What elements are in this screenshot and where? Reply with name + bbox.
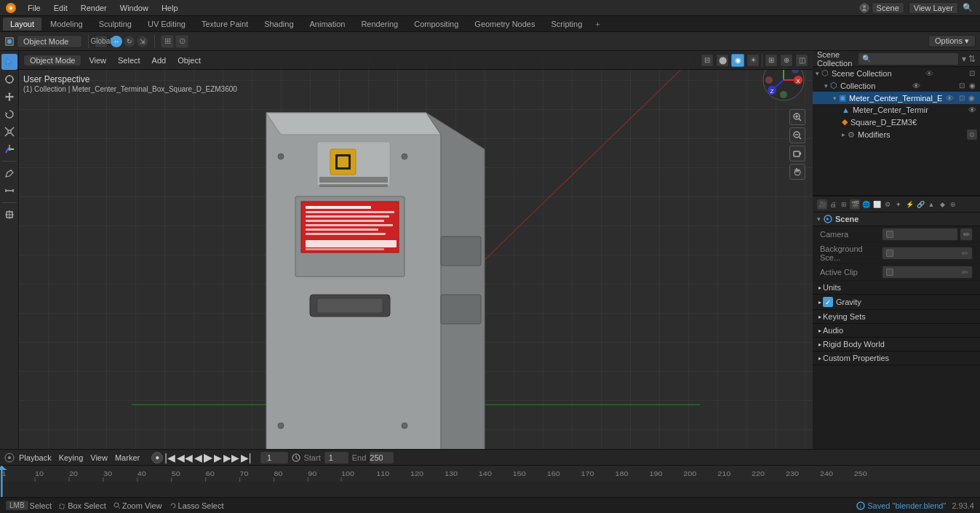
global-btn[interactable]: Global <box>95 35 108 48</box>
vp-mode-btn[interactable]: Object Mode <box>23 55 81 66</box>
background-scene-btn[interactable]: ✏ <box>882 247 973 260</box>
prop-object-icon[interactable]: ⬜ <box>872 199 882 210</box>
scene-collection-eye[interactable]: 👁 <box>924 69 934 78</box>
move-tool[interactable] <box>1 89 17 105</box>
prop-scene-icon[interactable]: 🎬 <box>850 199 860 210</box>
tree-modifiers[interactable]: ▸ ⚙ Modifiers ⊙ <box>813 128 980 141</box>
prop-shader-icon[interactable]: ⊛ <box>948 199 958 210</box>
scene-collection-render[interactable]: ⊡ <box>967 69 977 77</box>
scale-icon[interactable]: ⇲ <box>137 36 148 47</box>
add-workspace-tab[interactable]: + <box>591 17 604 31</box>
snap-btn[interactable]: ⊞ <box>161 35 174 48</box>
jump-end-btn[interactable]: ▶| <box>241 452 252 464</box>
gravity-checkbox[interactable]: ✓ <box>823 297 833 307</box>
tab-rendering[interactable]: Rendering <box>354 17 405 31</box>
step-back-btn[interactable]: ◀◀ <box>177 452 193 464</box>
bg-scene-picker[interactable]: ✏ <box>962 249 968 258</box>
transform-tool[interactable] <box>1 141 17 157</box>
proportional-btn[interactable]: ⊙ <box>175 35 188 48</box>
scale-tool[interactable] <box>1 124 17 140</box>
prop-world-icon[interactable]: 🌐 <box>861 199 871 210</box>
menu-file[interactable]: File <box>22 2 47 14</box>
vp-add-btn[interactable]: Add <box>148 55 171 65</box>
keying-sets-header[interactable]: ▸ Keying Sets <box>813 310 980 323</box>
marker-btn[interactable]: Marker <box>112 453 143 462</box>
menu-help[interactable]: Help <box>156 2 184 14</box>
timeline-ruler[interactable]: 1 10 20 30 40 50 60 70 80 90 100 110 120… <box>0 466 980 497</box>
rotate-tool[interactable] <box>1 106 17 122</box>
active-clip-btn[interactable]: ✏ <box>882 266 973 279</box>
prop-physics-icon[interactable]: ⚡ <box>904 199 915 210</box>
tab-uv-editing[interactable]: UV Editing <box>140 17 193 31</box>
mode-selector[interactable]: Object Mode <box>17 35 82 48</box>
timeline-view-btn[interactable]: View <box>87 453 111 462</box>
overlay-btn[interactable]: ⊞ <box>765 54 778 67</box>
cursor-tool[interactable] <box>1 54 17 70</box>
camera-btn[interactable] <box>789 146 805 162</box>
camera-value-btn[interactable] <box>882 228 958 241</box>
vp-view-btn[interactable]: View <box>84 55 111 65</box>
search-icon-top[interactable]: 🔍 <box>963 3 973 12</box>
keying-btn[interactable]: Keying <box>56 453 87 462</box>
prop-viewlayer-icon[interactable]: ⊞ <box>839 199 849 210</box>
move-icon[interactable]: ↔ <box>111 36 122 47</box>
meter-eye[interactable]: 👁 <box>944 94 955 103</box>
meter-sel[interactable]: ◉ <box>967 94 977 102</box>
outliner-sort-btn[interactable]: ⇅ <box>968 54 976 64</box>
tab-shading[interactable]: Shading <box>257 17 300 31</box>
gravity-header[interactable]: ▸ ✓ Gravity <box>813 295 980 309</box>
solid-btn[interactable]: ⬤ <box>716 54 729 67</box>
meter-render[interactable]: ⊡ <box>957 94 967 102</box>
tree-scene-collection[interactable]: ▾ ⬡ Scene Collection 👁 ⊡ <box>813 67 980 79</box>
rigid-body-header[interactable]: ▸ Rigid Body World <box>813 338 980 351</box>
rotate-icon[interactable]: ↻ <box>124 36 135 47</box>
prop-output-icon[interactable]: 🖨 <box>828 199 838 210</box>
units-header[interactable]: ▸ Units <box>813 281 980 294</box>
xray-btn[interactable]: ◫ <box>795 54 808 67</box>
tree-meter-object[interactable]: ▾ ▣ Meter_Center_Terminal_E 👁 ⊡ ◉ <box>813 92 980 104</box>
tab-geometry-nodes[interactable]: Geometry Nodes <box>467 17 542 31</box>
prop-render-icon[interactable]: 🎥 <box>817 199 827 210</box>
outliner-search[interactable] <box>858 52 959 65</box>
playback-btn[interactable]: Playback <box>16 453 55 462</box>
add-primitive-tool[interactable] <box>1 207 17 223</box>
tree-material[interactable]: ◆ Square_D_EZM3€ <box>813 116 980 128</box>
tab-animation[interactable]: Animation <box>303 17 353 31</box>
tab-sculpting[interactable]: Sculpting <box>92 17 139 31</box>
tab-scripting[interactable]: Scripting <box>543 17 589 31</box>
prop-data-icon[interactable]: ▲ <box>926 199 936 210</box>
frame-end-input[interactable] <box>369 451 394 464</box>
collection-eye[interactable]: 👁 <box>911 81 921 90</box>
audio-header[interactable]: ▸ Audio <box>813 324 980 337</box>
vp-select-btn[interactable]: Select <box>113 55 145 65</box>
tree-mesh[interactable]: ▲ Meter_Center_Termir 👁 <box>813 104 980 116</box>
prop-particles-icon[interactable]: ✦ <box>893 199 904 210</box>
outliner-filter-btn[interactable]: ▾ <box>962 54 966 64</box>
annotate-tool[interactable] <box>1 165 17 181</box>
gizmo-btn[interactable]: ⊕ <box>780 54 793 67</box>
view-layer-selector[interactable]: View Layer <box>909 2 958 14</box>
scene-selector[interactable]: Scene <box>872 2 904 14</box>
zoom-out-btn[interactable] <box>789 127 805 143</box>
vp-object-btn[interactable]: Object <box>173 55 205 65</box>
camera-edit-btn[interactable]: ✏ <box>960 228 973 241</box>
hand-btn[interactable] <box>789 164 805 180</box>
wireframe-btn[interactable]: ⊟ <box>701 54 714 67</box>
frame-start-input[interactable] <box>324 451 349 464</box>
step-fwd-one-btn[interactable]: ▶ <box>214 452 222 464</box>
tab-modeling[interactable]: Modeling <box>43 17 90 31</box>
mesh-eye[interactable]: 👁 <box>967 106 977 114</box>
custom-props-header[interactable]: ▸ Custom Properties <box>813 351 980 365</box>
menu-render[interactable]: Render <box>75 2 113 14</box>
collection-vis[interactable]: ◉ <box>967 81 977 90</box>
select-tool[interactable] <box>1 71 17 87</box>
options-btn[interactable]: Options ▾ <box>928 35 976 47</box>
clip-picker[interactable]: ✏ <box>962 268 968 277</box>
material-preview-btn[interactable]: ◉ <box>731 54 744 67</box>
tab-compositing[interactable]: Compositing <box>407 17 466 31</box>
scene-section-header[interactable]: ▾ Scene <box>813 212 980 226</box>
menu-window[interactable]: Window <box>114 2 154 14</box>
current-frame-input[interactable] <box>260 451 289 464</box>
jump-start-btn[interactable]: |◀ <box>164 452 175 464</box>
tree-collection[interactable]: ▾ ⬡ Collection 👁 ⊡ ◉ <box>813 79 980 92</box>
